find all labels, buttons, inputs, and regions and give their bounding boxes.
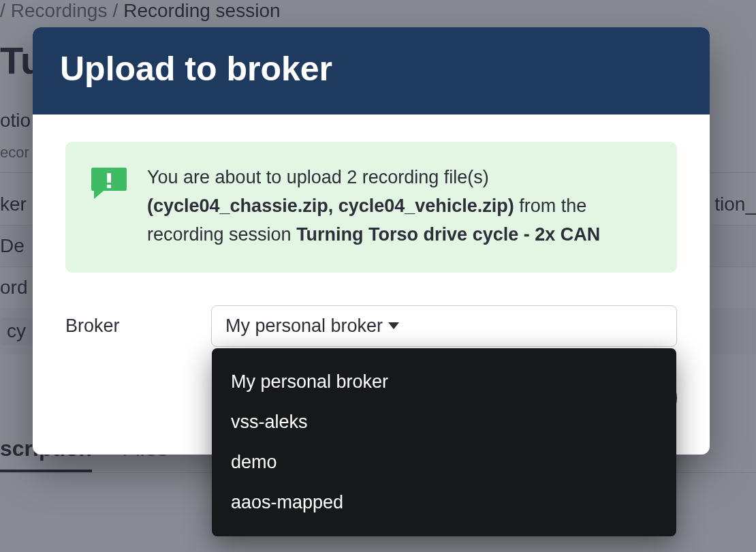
chevron-down-icon <box>388 322 399 329</box>
broker-option[interactable]: My personal broker <box>212 362 676 402</box>
broker-label: Broker <box>65 316 195 337</box>
alert-text: You are about to upload 2 recording file… <box>147 164 652 249</box>
svg-rect-0 <box>107 173 111 183</box>
svg-rect-1 <box>107 185 111 188</box>
modal-body: You are about to upload 2 recording file… <box>33 114 710 455</box>
modal-title: Upload to broker <box>60 49 682 89</box>
broker-option[interactable]: vss-aleks <box>212 402 676 442</box>
alert-files: (cycle04_chassie.zip, cycle04_vehicle.zi… <box>147 196 514 216</box>
alert-prefix: You are about to upload <box>147 167 347 187</box>
alert-session: Turning Torso drive cycle - 2x CAN <box>296 224 600 245</box>
alert-count: 2 recording file(s) <box>347 167 489 187</box>
upload-modal: Upload to broker You are about to upload… <box>33 27 710 455</box>
modal-header: Upload to broker <box>33 27 710 114</box>
broker-dropdown: My personal broker vss-aleks demo aaos-m… <box>212 348 676 536</box>
alert-icon <box>90 166 128 200</box>
info-alert: You are about to upload 2 recording file… <box>65 142 677 273</box>
broker-selected-value: My personal broker <box>225 316 383 337</box>
broker-option[interactable]: demo <box>212 442 676 482</box>
broker-select[interactable]: My personal broker My personal broker vs… <box>211 305 677 347</box>
broker-row: Broker My personal broker My personal br… <box>65 305 677 347</box>
broker-option[interactable]: aaos-mapped <box>212 482 676 523</box>
